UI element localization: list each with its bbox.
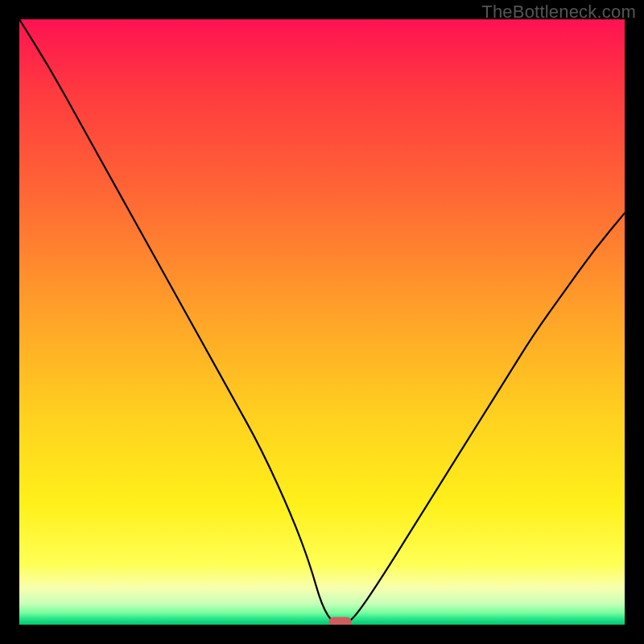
chart-frame: TheBottleneck.com bbox=[0, 0, 644, 644]
bottleneck-curve bbox=[19, 19, 625, 625]
optimal-point-marker bbox=[329, 617, 352, 625]
curve-layer bbox=[19, 19, 625, 625]
attribution-text: TheBottleneck.com bbox=[481, 2, 636, 23]
plot-area bbox=[19, 19, 625, 625]
